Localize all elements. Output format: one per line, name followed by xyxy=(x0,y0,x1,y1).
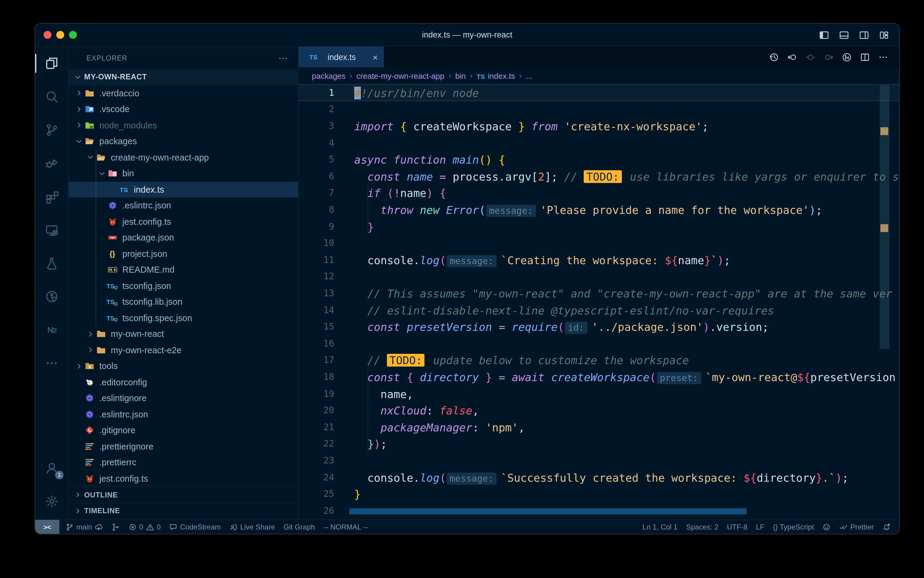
tree-item-my-own-react-e2e[interactable]: my-own-react-e2e xyxy=(68,342,298,358)
code-editor[interactable]: 1#!/usr/bin/env node23import { createWor… xyxy=(298,84,899,519)
local-history-icon[interactable] xyxy=(769,52,779,62)
status-language-mode[interactable]: {} TypeScript xyxy=(773,523,814,531)
code-line-21: 21 packageManager: 'npm', xyxy=(298,419,899,436)
tree-item-tsconfig.spec.json[interactable]: TS⚙tsconfig.spec.json xyxy=(68,310,298,326)
nav-back-icon[interactable] xyxy=(787,52,798,62)
tree-item-jest.config.ts[interactable]: jest.config.ts xyxy=(68,471,298,487)
status-git-branch[interactable]: main xyxy=(65,523,103,531)
timeline-panel-header[interactable]: TIMELINE xyxy=(68,503,298,519)
tree-item-.eslintrc.json[interactable]: .eslintrc.json xyxy=(68,198,298,214)
activity-explorer[interactable] xyxy=(35,47,68,80)
status-notifications[interactable] xyxy=(882,523,891,531)
tree-item-.vscode[interactable]: .vscode xyxy=(68,101,298,117)
tree-item-tools[interactable]: tools xyxy=(68,358,298,374)
bin-icon: 0110 xyxy=(107,169,118,179)
tree-item-jest.config.ts[interactable]: jest.config.ts xyxy=(68,214,298,230)
tree-item-node_modules[interactable]: node_modules xyxy=(68,117,298,133)
status-feedback[interactable] xyxy=(822,523,831,531)
folder-icon xyxy=(95,329,107,339)
horizontal-scrollbar[interactable] xyxy=(350,508,747,515)
activity-more-views[interactable] xyxy=(35,347,68,380)
vertical-scrollbar[interactable] xyxy=(880,85,890,349)
chevron-spacer xyxy=(74,474,83,483)
outline-panel-header[interactable]: OUTLINE xyxy=(68,487,298,503)
toggle-secondary-sidebar-icon[interactable] xyxy=(859,30,869,41)
breadcrumb-index.ts[interactable]: TSindex.ts xyxy=(477,71,515,80)
svg-text:10: 10 xyxy=(113,174,116,177)
tsgear-icon: TS⚙ xyxy=(107,297,118,307)
typescript-file-icon: TS xyxy=(307,52,319,62)
todo-highlight: TODO: xyxy=(584,170,621,183)
tree-item-bin[interactable]: 0110bin xyxy=(68,166,298,182)
status-git-graph-icon[interactable] xyxy=(112,523,120,531)
breadcrumb-label: create-my-own-react-app xyxy=(356,71,444,80)
activity-remote-explorer[interactable] xyxy=(35,213,68,247)
tab-index-ts[interactable]: TS index.ts × xyxy=(298,47,384,67)
activity-run-debug[interactable] xyxy=(35,147,68,180)
tree-item-my-own-react[interactable]: my-own-react xyxy=(68,326,298,342)
chevron-spacer xyxy=(97,218,106,226)
status-eol[interactable]: LF xyxy=(756,523,764,531)
activity-gitlens[interactable] xyxy=(35,280,68,313)
status-indentation[interactable]: Spaces: 2 xyxy=(686,523,718,531)
status-git-graph[interactable]: Git Graph xyxy=(283,523,315,531)
split-editor-icon[interactable] xyxy=(860,52,870,62)
tree-item-.eslintrc.json[interactable]: .eslintrc.json xyxy=(68,406,298,422)
open-changes-icon[interactable] xyxy=(841,52,852,62)
breadcrumb-...[interactable]: ... xyxy=(526,71,532,80)
workspace-section-header[interactable]: MY-OWN-REACT xyxy=(68,69,298,85)
status-codestream[interactable]: CodeStream xyxy=(169,523,221,531)
breadcrumb-bin[interactable]: bin xyxy=(455,71,466,80)
tree-item-create-my-own-react-app[interactable]: create-my-own-react-app xyxy=(68,149,298,166)
status-live-share[interactable]: Live Share xyxy=(230,523,275,531)
inlay-hint: message: xyxy=(447,255,497,267)
tree-item-package.json[interactable]: npmpackage.json xyxy=(68,230,298,246)
tree-item-.verdaccio[interactable]: .verdaccio xyxy=(68,85,298,101)
activity-search[interactable] xyxy=(35,80,68,113)
close-tab-icon[interactable]: × xyxy=(372,52,378,62)
nav-dash-icon[interactable] xyxy=(805,52,816,62)
chevron-right-icon xyxy=(86,346,94,354)
tree-item-README.md[interactable]: README.md xyxy=(68,262,298,278)
toggle-primary-sidebar-icon[interactable] xyxy=(819,30,830,41)
tree-item-.editorconfig[interactable]: .editorconfig xyxy=(68,374,298,390)
editor-group: TS index.ts × packages›create-my-own-rea… xyxy=(298,47,899,519)
maximize-window-button[interactable] xyxy=(69,31,77,39)
close-window-button[interactable] xyxy=(44,31,52,39)
breadcrumb-packages[interactable]: packages xyxy=(312,71,345,80)
tree-item-.gitignore[interactable]: .gitignore xyxy=(68,422,298,438)
minimize-window-button[interactable] xyxy=(56,31,64,39)
activity-extensions[interactable] xyxy=(35,180,68,213)
status-encoding[interactable]: UTF-8 xyxy=(727,523,748,531)
activity-nx-console[interactable]: N≥ xyxy=(35,313,68,347)
status-cursor-position[interactable]: Ln 1, Col 1 xyxy=(642,523,678,531)
tree-item-.prettierrc[interactable]: .prettierrc xyxy=(68,455,298,471)
activity-settings[interactable] xyxy=(35,485,68,518)
status-problems[interactable]: 00 xyxy=(128,523,161,531)
status-vim-mode[interactable]: -- NORMAL -- xyxy=(323,523,368,531)
tree-item-project.json[interactable]: {}project.json xyxy=(68,246,298,262)
tree-item-packages[interactable]: packages xyxy=(68,133,298,149)
explorer-actions-button[interactable]: ⋯ xyxy=(278,52,288,63)
activity-source-control[interactable] xyxy=(35,113,68,147)
tree-item-label: .editorconfig xyxy=(99,377,147,387)
svg-text:npm: npm xyxy=(110,236,115,239)
activity-testing[interactable] xyxy=(35,247,68,280)
breadcrumb-create-my-own-react-app[interactable]: create-my-own-react-app xyxy=(356,71,444,80)
toggle-panel-icon[interactable] xyxy=(838,30,850,41)
status-prettier[interactable]: Prettier xyxy=(840,523,874,531)
jest-icon xyxy=(84,474,95,484)
tree-item-label: .verdaccio xyxy=(99,88,139,98)
nav-forward-icon[interactable] xyxy=(824,52,834,62)
tree-item-.prettierignore[interactable]: .prettierignore xyxy=(68,438,298,455)
tree-item-index.ts[interactable]: TSindex.ts xyxy=(68,182,298,198)
chevron-down-icon xyxy=(97,169,106,178)
activity-accounts[interactable]: 1 xyxy=(35,451,68,485)
remote-indicator[interactable]: >< xyxy=(35,520,59,534)
tree-item-.eslintignore[interactable]: .eslintignore xyxy=(68,390,298,406)
code-line-12: 12 xyxy=(298,269,899,285)
tree-item-tsconfig.json[interactable]: TS⚙tsconfig.json xyxy=(68,278,298,294)
customize-layout-icon[interactable] xyxy=(879,30,890,41)
more-actions-icon[interactable] xyxy=(878,52,888,62)
tree-item-tsconfig.lib.json[interactable]: TS⚙tsconfig.lib.json xyxy=(68,294,298,310)
